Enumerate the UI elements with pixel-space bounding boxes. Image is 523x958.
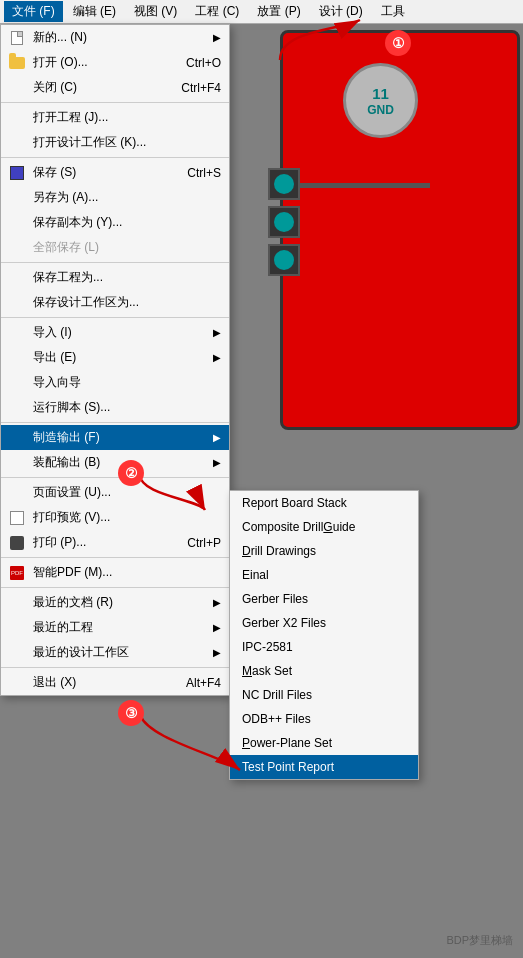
fab-arrow: ▶: [213, 432, 221, 443]
menu-item-save-all: 全部保存 (L): [1, 235, 229, 260]
fab-power-plane[interactable]: Power-Plane Set: [230, 731, 418, 755]
pcb-pad: 11 GND: [343, 63, 418, 138]
fab-gerber-x2[interactable]: Gerber X2 Files: [230, 611, 418, 635]
menu-item-exit[interactable]: 退出 (X) Alt+F4: [1, 670, 229, 695]
sep-9: [1, 667, 229, 668]
conn-pad-1: [268, 168, 300, 200]
conn-pad-3: [268, 244, 300, 276]
print-icon: [5, 533, 29, 553]
menubar-item-design[interactable]: 设计 (D): [311, 1, 371, 22]
watermark: BDP梦里梯墙: [446, 933, 513, 948]
menu-item-fab-output[interactable]: 制造输出 (F) ▶: [1, 425, 229, 450]
new-arrow: ▶: [213, 32, 221, 43]
menu-item-save[interactable]: 保存 (S) Ctrl+S: [1, 160, 229, 185]
fab-ipc-2581[interactable]: IPC-2581: [230, 635, 418, 659]
menu-item-new[interactable]: 新的... (N) ▶: [1, 25, 229, 50]
menubar-item-project[interactable]: 工程 (C): [187, 1, 247, 22]
annotation-3: ③: [118, 700, 144, 726]
pdf-icon: PDF: [5, 563, 29, 583]
conn-circle-3: [274, 250, 294, 270]
menubar-item-file[interactable]: 文件 (F): [4, 1, 63, 22]
sep-1: [1, 102, 229, 103]
pad-number: 11: [372, 85, 389, 103]
sep-2: [1, 157, 229, 158]
fab-mask-set[interactable]: Mask Set: [230, 659, 418, 683]
sep-3: [1, 262, 229, 263]
recent-projects-arrow: ▶: [213, 622, 221, 633]
save-icon: [5, 163, 29, 183]
fab-final[interactable]: Einal: [230, 563, 418, 587]
menu-item-close[interactable]: 关闭 (C) Ctrl+F4: [1, 75, 229, 100]
menubar-item-place[interactable]: 放置 (P): [249, 1, 308, 22]
exit-shortcut: Alt+F4: [166, 676, 221, 690]
fab-test-point-report[interactable]: Test Point Report: [230, 755, 418, 779]
open-shortcut: Ctrl+O: [166, 56, 221, 70]
menu-item-smart-pdf[interactable]: PDF 智能PDF (M)...: [1, 560, 229, 585]
conn-circle-2: [274, 212, 294, 232]
sep-4: [1, 317, 229, 318]
conn-circle-1: [274, 174, 294, 194]
menu-item-save-workspace-as[interactable]: 保存设计工作区为...: [1, 290, 229, 315]
fab-drill-drawings[interactable]: Drill Drawings: [230, 539, 418, 563]
pad-label: GND: [367, 103, 394, 117]
annotation-2: ②: [118, 460, 144, 486]
close-shortcut: Ctrl+F4: [161, 81, 221, 95]
menu-item-export[interactable]: 导出 (E) ▶: [1, 345, 229, 370]
menu-item-print-preview[interactable]: 打印预览 (V)...: [1, 505, 229, 530]
fab-composite-drill-guide[interactable]: Composite Drill Guide: [230, 515, 418, 539]
fab-odb[interactable]: ODB++ Files: [230, 707, 418, 731]
fab-report-board-stack[interactable]: Report Board Stack: [230, 491, 418, 515]
fab-submenu: Report Board Stack Composite Drill Guide…: [229, 490, 419, 780]
save-shortcut: Ctrl+S: [167, 166, 221, 180]
menu-item-open-project[interactable]: 打开工程 (J)...: [1, 105, 229, 130]
menu-item-print[interactable]: 打印 (P)... Ctrl+P: [1, 530, 229, 555]
annotation-1: ①: [385, 30, 411, 56]
sep-7: [1, 557, 229, 558]
menu-item-run-script[interactable]: 运行脚本 (S)...: [1, 395, 229, 420]
menu-item-recent-workspaces[interactable]: 最近的设计工作区 ▶: [1, 640, 229, 665]
menu-item-open[interactable]: 打开 (O)... Ctrl+O: [1, 50, 229, 75]
print-preview-icon: [5, 508, 29, 528]
menubar-item-tools[interactable]: 工具: [373, 1, 413, 22]
sep-5: [1, 422, 229, 423]
pcb-board: 11 GND: [280, 30, 520, 430]
recent-docs-arrow: ▶: [213, 597, 221, 608]
menu-item-save-project-as[interactable]: 保存工程为...: [1, 265, 229, 290]
import-arrow: ▶: [213, 327, 221, 338]
menu-item-save-as[interactable]: 另存为 (A)...: [1, 185, 229, 210]
recent-workspaces-arrow: ▶: [213, 647, 221, 658]
menu-item-recent-docs[interactable]: 最近的文档 (R) ▶: [1, 590, 229, 615]
pcb-trace: [300, 183, 430, 188]
menu-item-import[interactable]: 导入 (I) ▶: [1, 320, 229, 345]
menu-item-recent-projects[interactable]: 最近的工程 ▶: [1, 615, 229, 640]
menu-item-import-wizard[interactable]: 导入向导: [1, 370, 229, 395]
fab-gerber-files[interactable]: Gerber Files: [230, 587, 418, 611]
menubar-item-view[interactable]: 视图 (V): [126, 1, 185, 22]
conn-pad-2: [268, 206, 300, 238]
export-arrow: ▶: [213, 352, 221, 363]
connector-group: [268, 168, 300, 276]
menu-item-page-setup[interactable]: 页面设置 (U)...: [1, 480, 229, 505]
menu-item-save-copy[interactable]: 保存副本为 (Y)...: [1, 210, 229, 235]
new-icon: [5, 28, 29, 48]
print-shortcut: Ctrl+P: [167, 536, 221, 550]
file-menu-dropdown: 新的... (N) ▶ 打开 (O)... Ctrl+O 关闭 (C) Ctrl…: [0, 24, 230, 696]
folder-icon: [5, 53, 29, 73]
sep-8: [1, 587, 229, 588]
assembly-arrow: ▶: [213, 457, 221, 468]
menu-item-assembly-output[interactable]: 装配输出 (B) ▶: [1, 450, 229, 475]
fab-nc-drill[interactable]: NC Drill Files: [230, 683, 418, 707]
sep-6: [1, 477, 229, 478]
menu-item-open-workspace[interactable]: 打开设计工作区 (K)...: [1, 130, 229, 155]
menubar-item-edit[interactable]: 编辑 (E): [65, 1, 124, 22]
menubar: 文件 (F) 编辑 (E) 视图 (V) 工程 (C) 放置 (P) 设计 (D…: [0, 0, 523, 24]
